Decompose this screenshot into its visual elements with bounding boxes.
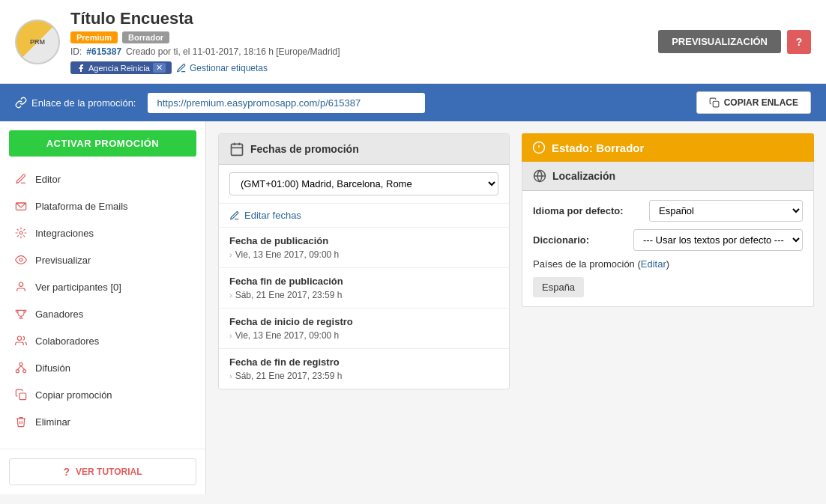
copy-icon — [709, 97, 720, 108]
header-meta: ID: #615387 Creado por ti, el 11-01-2017… — [70, 46, 340, 57]
date-label-0: Fecha de publicación — [229, 235, 498, 246]
chevron-icon-3: › — [229, 371, 232, 380]
header-right: PREVISUALIZACIÓN ? — [658, 30, 811, 54]
status-text: Estado: Borrador — [552, 142, 644, 154]
preview-button[interactable]: PREVISUALIZACIÓN — [658, 30, 781, 53]
svg-point-8 — [16, 370, 19, 373]
localization-section: Localización Idioma por defecto: Español… — [522, 162, 814, 307]
help-button[interactable]: ? — [787, 30, 811, 54]
dictionary-select[interactable]: --- Usar los textos por defecto --- — [633, 229, 803, 251]
localization-body: Idioma por defecto: Español Diccionario:… — [522, 191, 813, 306]
sidebar-item-editor[interactable]: Editor — [0, 166, 205, 192]
sidebar-diffusion-label: Difusión — [35, 362, 70, 374]
date-label-3: Fecha de fin de registro — [229, 356, 498, 368]
sidebar-editor-label: Editor — [35, 174, 61, 185]
header-badges: Premium Borrador — [70, 31, 340, 43]
sidebar-item-delete[interactable]: Eliminar — [0, 408, 205, 435]
svg-line-10 — [17, 365, 21, 369]
language-select[interactable]: Español — [649, 200, 803, 222]
tutorial-button[interactable]: ? VER TUTORIAL — [9, 458, 196, 485]
left-panel: Fechas de promoción (GMT+01:00) Madrid, … — [218, 133, 510, 482]
integrations-icon — [14, 226, 28, 240]
edit-dates-text: Editar fechas — [244, 210, 301, 221]
meta-created: Creado por ti, el 11-01-2017, 18:16 h [E… — [126, 46, 340, 57]
borrador-badge: Borrador — [122, 31, 169, 43]
date-value-1: › Sáb, 21 Ene 2017, 23:59 h — [229, 290, 498, 300]
question-icon: ? — [63, 466, 70, 478]
date-text-2: Vie, 13 Ene 2017, 09:00 h — [235, 330, 340, 341]
timezone-row: (GMT+01:00) Madrid, Barcelona, Rome — [219, 165, 509, 204]
sidebar-item-email-platform[interactable]: Plataforma de Emails — [0, 192, 205, 219]
agency-tag-label: Agencia Reinicia — [88, 64, 150, 73]
copy-promo-icon — [14, 388, 28, 401]
preview-icon — [14, 253, 28, 267]
date-value-3: › Sáb, 21 Ene 2017, 23:59 h — [229, 371, 498, 381]
countries-row: Países de la promoción (Editar) — [533, 258, 803, 270]
header: PRM Título Encuesta Premium Borrador ID:… — [0, 0, 826, 84]
sidebar-delete-label: Eliminar — [35, 416, 70, 428]
chevron-icon-1: › — [229, 291, 232, 300]
svg-point-3 — [19, 231, 22, 234]
dates-title: Fechas de promoción — [250, 143, 359, 155]
date-text-0: Vie, 13 Ene 2017, 09:00 h — [235, 249, 340, 260]
facebook-tag: Agencia Reinicia ✕ — [70, 61, 172, 74]
tutorial-label: VER TUTORIAL — [76, 467, 142, 477]
promo-link-input[interactable] — [148, 93, 425, 113]
main-layout: ACTIVAR PROMOCIÓN Editor Plataforma de E… — [0, 121, 826, 494]
dates-section: Fechas de promoción (GMT+01:00) Madrid, … — [218, 133, 510, 389]
manage-labels-link[interactable]: Gestionar etiquetas — [176, 63, 268, 73]
sidebar-email-label: Plataforma de Emails — [35, 201, 128, 212]
sidebar-item-integrations[interactable]: Integraciones — [0, 219, 205, 246]
copy-link-label: COPIAR ENLACE — [724, 97, 798, 108]
countries-edit-link[interactable]: Editar — [641, 258, 666, 270]
header-tags: Agencia Reinicia ✕ Gestionar etiquetas — [70, 61, 340, 74]
copy-link-button[interactable]: COPIAR ENLACE — [696, 91, 811, 114]
date-entry-0: Fecha de publicación › Vie, 13 Ene 2017,… — [219, 228, 509, 268]
sidebar-preview-label: Previsualizar — [35, 255, 91, 266]
svg-point-7 — [19, 362, 22, 365]
sidebar-item-winners[interactable]: Ganadores — [0, 300, 205, 327]
country-tag: España — [533, 277, 584, 297]
sidebar-item-diffusion[interactable]: Difusión — [0, 354, 205, 381]
diffusion-icon — [14, 361, 28, 374]
link-icon — [15, 97, 27, 109]
meta-id: #615387 — [86, 46, 121, 57]
sidebar-item-participants[interactable]: Ver participantes [0] — [0, 273, 205, 300]
sidebar-item-preview[interactable]: Previsualizar — [0, 246, 205, 273]
edit-dates-link[interactable]: Editar fechas — [229, 210, 498, 221]
svg-rect-13 — [232, 144, 243, 155]
language-row: Idioma por defecto: Español — [533, 200, 803, 222]
date-entry-3: Fecha de fin de registro › Sáb, 21 Ene 2… — [219, 349, 509, 389]
country-tag-row: España — [533, 277, 803, 297]
pencil-icon — [14, 172, 28, 186]
date-label-2: Fecha de inicio de registro — [229, 316, 498, 327]
premium-badge: Premium — [70, 31, 118, 43]
status-bar: Estado: Borrador — [522, 133, 814, 162]
sidebar-winners-label: Ganadores — [35, 309, 83, 320]
manage-labels-text: Gestionar etiquetas — [190, 63, 268, 73]
timezone-select[interactable]: (GMT+01:00) Madrid, Barcelona, Rome — [229, 172, 498, 195]
date-label-1: Fecha fin de publicación — [229, 276, 498, 287]
sidebar-collaborators-label: Colaboradores — [35, 336, 99, 347]
date-text-1: Sáb, 21 Ene 2017, 23:59 h — [235, 290, 343, 300]
svg-point-5 — [19, 282, 22, 286]
sidebar-item-collaborators[interactable]: Colaboradores — [0, 327, 205, 354]
remove-tag-button[interactable]: ✕ — [153, 63, 166, 73]
svg-line-11 — [21, 365, 25, 369]
date-text-3: Sáb, 21 Ene 2017, 23:59 h — [235, 371, 343, 381]
promo-link-bar: Enlace de la promoción: COPIAR ENLACE — [0, 84, 826, 121]
localization-header: Localización — [522, 162, 813, 191]
date-entry-1: Fecha fin de publicación › Sáb, 21 Ene 2… — [219, 268, 509, 309]
content-area: Fechas de promoción (GMT+01:00) Madrid, … — [206, 121, 826, 494]
status-icon — [532, 141, 546, 154]
email-icon — [14, 199, 28, 213]
activate-button[interactable]: ACTIVAR PROMOCIÓN — [9, 130, 196, 157]
sidebar-participants-label: Ver participantes [0] — [35, 282, 121, 293]
promo-link-text: Enlace de la promoción: — [31, 97, 136, 109]
dictionary-label: Diccionario: — [533, 234, 633, 246]
sidebar-item-copy-promo[interactable]: Copiar promoción — [0, 381, 205, 408]
date-value-0: › Vie, 13 Ene 2017, 09:00 h — [229, 249, 498, 260]
promo-link-label: Enlace de la promoción: — [15, 97, 136, 109]
edit-icon — [229, 210, 240, 221]
sidebar: ACTIVAR PROMOCIÓN Editor Plataforma de E… — [0, 121, 206, 494]
